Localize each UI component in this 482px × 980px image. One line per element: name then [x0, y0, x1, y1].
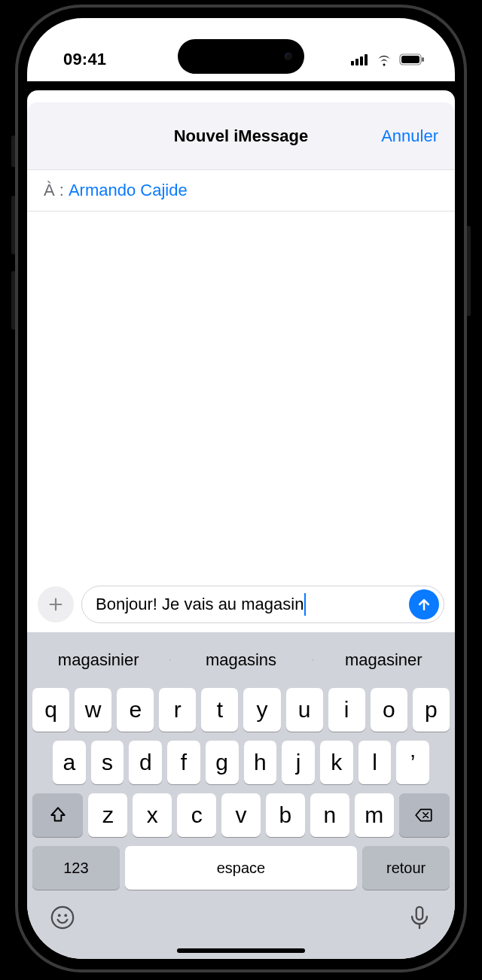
send-button[interactable] [409, 589, 439, 619]
dictation-button[interactable] [407, 905, 432, 933]
to-recipient: Armando Cajide [69, 181, 188, 200]
key-b[interactable]: b [266, 793, 305, 837]
page-title: Nouvel iMessage [174, 126, 309, 146]
key-k[interactable]: k [320, 741, 353, 784]
new-message-sheet: Nouvel iMessage Annuler À : Armando Caji… [27, 102, 455, 959]
wifi-icon [375, 53, 393, 66]
conversation-area [27, 212, 455, 578]
microphone-icon [407, 905, 432, 930]
svg-rect-0 [351, 61, 354, 65]
key-apostrophe[interactable]: ’ [396, 741, 429, 784]
arrow-up-icon [416, 597, 432, 612]
suggestion-bar: magasinier magasins magasiner [27, 637, 455, 683]
message-input-text: Bonjour! Je vais au magasin [96, 595, 304, 614]
key-s[interactable]: s [91, 741, 124, 784]
shift-icon [48, 805, 68, 825]
key-y[interactable]: y [243, 688, 280, 732]
suggestion-3[interactable]: magasiner [313, 650, 455, 670]
key-u[interactable]: u [286, 688, 323, 732]
key-d[interactable]: d [129, 741, 162, 784]
key-p[interactable]: p [413, 688, 450, 732]
keyboard: magasinier magasins magasiner q w e r t … [27, 632, 455, 959]
key-m[interactable]: m [355, 793, 394, 837]
key-shift[interactable] [32, 793, 83, 837]
svg-point-9 [64, 914, 67, 917]
cellular-icon [351, 53, 369, 65]
key-backspace[interactable] [399, 793, 450, 837]
status-time: 09:41 [63, 50, 106, 69]
key-i[interactable]: i [328, 688, 365, 732]
emoji-icon [50, 905, 75, 930]
key-c[interactable]: c [177, 793, 216, 837]
suggestion-2[interactable]: magasins [169, 650, 312, 670]
message-input[interactable]: Bonjour! Je vais au magasin [81, 586, 444, 623]
key-return[interactable]: retour [362, 846, 450, 890]
key-r[interactable]: r [159, 688, 196, 732]
key-space[interactable]: espace [125, 846, 358, 890]
key-z[interactable]: z [88, 793, 127, 837]
dynamic-island [178, 39, 304, 74]
key-o[interactable]: o [371, 688, 407, 732]
key-f[interactable]: f [167, 741, 200, 784]
key-a[interactable]: a [53, 741, 86, 784]
key-j[interactable]: j [282, 741, 315, 784]
suggestion-1[interactable]: magasinier [27, 650, 169, 670]
svg-point-8 [58, 914, 61, 917]
text-caret [304, 593, 306, 616]
svg-rect-5 [401, 56, 419, 63]
svg-rect-2 [360, 56, 363, 65]
nav-bar: Nouvel iMessage Annuler [27, 102, 455, 170]
key-g[interactable]: g [206, 741, 239, 784]
key-w[interactable]: w [75, 688, 111, 732]
key-123[interactable]: 123 [32, 846, 120, 890]
add-attachment-button[interactable] [38, 586, 74, 622]
key-q[interactable]: q [32, 688, 69, 732]
key-x[interactable]: x [133, 793, 172, 837]
to-field[interactable]: À : Armando Cajide [27, 170, 455, 212]
svg-rect-10 [416, 907, 423, 920]
plus-icon [47, 596, 64, 613]
compose-bar: Bonjour! Je vais au magasin [27, 578, 455, 632]
svg-rect-3 [365, 54, 368, 65]
svg-point-7 [52, 907, 73, 928]
key-e[interactable]: e [117, 688, 154, 732]
svg-rect-6 [422, 57, 424, 62]
cancel-button[interactable]: Annuler [381, 126, 438, 146]
key-h[interactable]: h [244, 741, 277, 784]
key-n[interactable]: n [310, 793, 349, 837]
key-v[interactable]: v [221, 793, 261, 837]
key-l[interactable]: l [358, 741, 392, 784]
to-label: À : [44, 181, 64, 200]
home-indicator[interactable] [27, 941, 455, 959]
battery-icon [399, 53, 425, 65]
emoji-button[interactable] [50, 905, 75, 933]
backspace-icon [414, 805, 434, 825]
key-t[interactable]: t [201, 688, 238, 732]
svg-rect-1 [355, 59, 358, 65]
